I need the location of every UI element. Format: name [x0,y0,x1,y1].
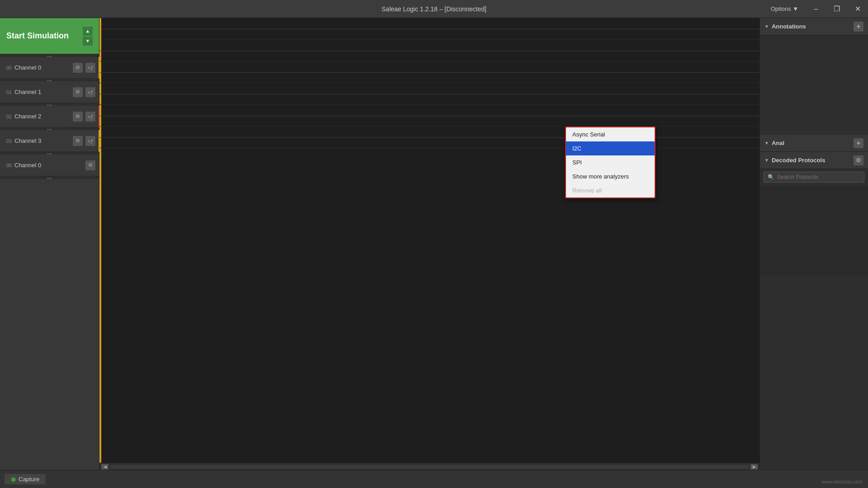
dropdown-item-async-serial[interactable]: Async Serial [566,127,655,141]
channel-num-3: 03 [4,138,12,144]
analyzers-title: ▼ Anal [764,140,784,146]
scroll-left-arrow[interactable]: ◀ [101,464,108,469]
waveform-line-5 [99,127,760,148]
channel-gear-0b[interactable]: ⚙ [85,160,95,170]
channel-gear-3[interactable]: ⚙ [73,136,83,146]
arrow-up-button[interactable]: ▲ [83,27,93,36]
channel-plus-0[interactable]: +ƒ [85,63,95,73]
channel-row-2: 02 Channel 2 ⚙ +ƒ [0,106,99,127]
analyzers-triangle: ▼ [764,141,769,145]
waveform-panel: Async Serial I2C SPI Show more analyzers… [99,18,760,470]
drag-handle[interactable]: ··· [0,176,99,179]
decoded-protocols-title: ▼ Decoded Protocols [764,157,825,164]
bottom-bar: ⬤ Capture www.electans.com [0,470,868,488]
decoded-protocols-label: Decoded Protocols [772,157,825,164]
restore-button[interactable]: ❒ [826,0,847,18]
left-panel: Start Simulation ▲ ▼ ··· 00 Channel 0 ⚙ … [0,18,99,470]
close-button[interactable]: ✕ [847,0,868,18]
analyzer-dropdown: Async Serial I2C SPI Show more analyzers… [565,127,656,198]
annotations-body [760,35,868,135]
capture-tab[interactable]: ⬤ Capture [5,474,46,484]
watermark-text: www.electans.com [821,479,863,484]
title-bar: Saleae Logic 1.2.18 – [Disconnected] Opt… [0,0,868,18]
annotations-triangle: ▼ [764,24,769,29]
channel-row-1: 01 Channel 1 ⚙ +ƒ [0,81,99,103]
dropdown-item-i2c[interactable]: I2C [566,141,655,155]
channel-num-2: 02 [4,114,12,119]
channel-gear-1[interactable]: ⚙ [73,87,83,97]
analyzers-label: Anal [772,140,784,146]
channel-num-0: 00 [4,65,12,70]
main-area: Start Simulation ▲ ▼ ··· 00 Channel 0 ⚙ … [0,18,868,470]
annotations-header: ▼ Annotations + [760,18,868,35]
channel-label-2: Channel 2 [14,113,70,120]
channel-gear-0[interactable]: ⚙ [73,63,83,73]
window-title: Saleae Logic 1.2.18 – [Disconnected] [382,5,486,13]
analyzers-header: ▼ Anal + [760,135,868,152]
start-simulation-label: Start Simulation [6,31,83,41]
simulation-arrows: ▲ ▼ [83,27,93,46]
waveform-line-3 [99,83,760,105]
scroll-right-arrow[interactable]: ▶ [750,464,758,469]
dropdown-item-spi[interactable]: SPI [566,155,655,169]
channel-num-1: 01 [4,89,12,95]
channel-gear-2[interactable]: ⚙ [73,112,83,122]
dropdown-item-remove-all: Remove all [566,183,655,197]
right-sidebar: ▼ Annotations + ▼ Anal + ▼ Decoded Proto… [760,18,868,470]
decoded-protocols-section: ▼ Decoded Protocols ⚙ 🔍 [760,152,868,276]
decoded-triangle: ▼ [764,158,769,163]
capture-icon: ⬤ [11,477,16,482]
dropdown-item-show-more[interactable]: Show more analyzers [566,169,655,183]
waveform-line-0 [101,18,760,40]
search-icon: 🔍 [768,174,774,180]
search-protocols-input[interactable] [777,174,860,180]
horizontal-scrollbar[interactable]: ◀ ▶ [99,463,760,470]
watermark: www.electans.com [821,479,863,484]
channel-row-3: 03 Channel 3 ⚙ +ƒ [0,130,99,152]
waveform-area: Async Serial I2C SPI Show more analyzers… [99,18,760,463]
start-simulation-button[interactable]: Start Simulation ▲ ▼ [0,18,99,54]
channel-plus-2[interactable]: +ƒ [85,112,95,122]
channel-row-0b: 00 Channel 0 ⚙ [0,155,99,176]
options-button[interactable]: Options ▼ [764,0,806,18]
waveform-line-2 [99,61,760,83]
channel-label-1: Channel 1 [14,89,70,95]
annotations-add-button[interactable]: + [854,22,863,32]
channel-label-0: Channel 0 [14,64,70,71]
capture-label: Capture [19,476,39,483]
annotations-label: Annotations [772,23,806,30]
channel-row-0: 00 Channel 0 ⚙ +ƒ [0,57,99,79]
annotations-title: ▼ Annotations [764,23,806,30]
window-controls: Options ▼ – ❒ ✕ [764,0,868,18]
channel-plus-1[interactable]: +ƒ [85,87,95,97]
decoded-protocols-header: ▼ Decoded Protocols ⚙ [760,152,868,169]
channel-plus-3[interactable]: +ƒ [85,136,95,146]
decoded-protocols-gear[interactable]: ⚙ [854,155,863,165]
waveform-line-4 [99,105,760,127]
channel-label-3: Channel 3 [14,137,70,144]
scroll-track[interactable] [110,465,749,469]
decoded-protocols-body [760,185,868,276]
channel-num-0b: 00 [4,163,12,168]
analyzers-add-button[interactable]: + [854,138,863,148]
search-protocols-bar[interactable]: 🔍 [764,172,864,183]
waveform-line-1 [99,40,760,61]
minimize-button[interactable]: – [806,0,826,18]
channel-label-0b: Channel 0 [14,162,83,169]
arrow-down-button[interactable]: ▼ [83,37,93,46]
